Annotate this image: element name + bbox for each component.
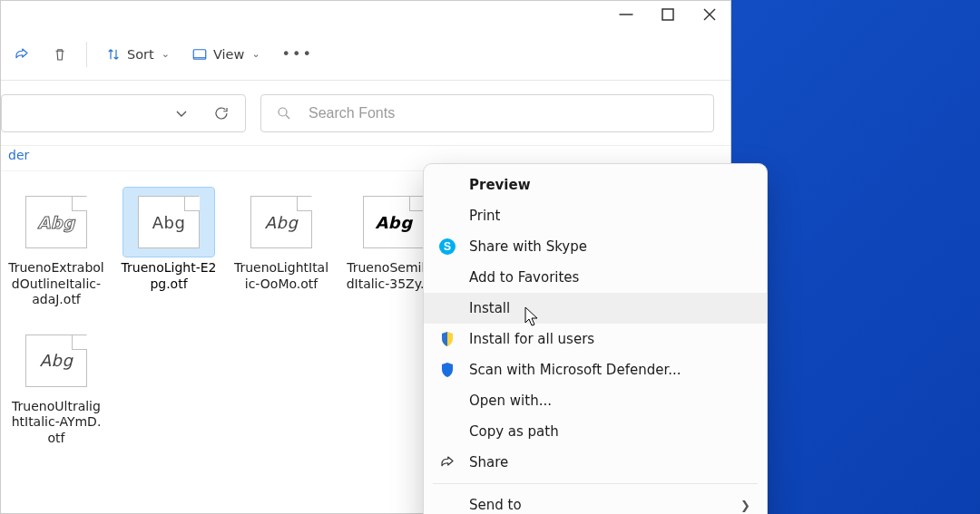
file-item[interactable]: Abg TruenoUltralightItalic-AYmD.otf <box>8 326 104 447</box>
command-toolbar: Sort ⌄ View ⌄ ••• <box>1 28 730 81</box>
minimize-button[interactable] <box>605 1 647 28</box>
window-titlebar <box>1 1 730 28</box>
menu-share-skype[interactable]: Share with Skype <box>424 231 767 262</box>
context-menu: Preview Print Share with Skype Add to Fa… <box>423 163 768 514</box>
defender-shield-icon <box>438 361 456 379</box>
menu-send-to[interactable]: Send to ❯ <box>424 490 767 514</box>
uac-shield-icon <box>438 330 456 348</box>
svg-line-7 <box>286 115 289 119</box>
more-button[interactable]: ••• <box>273 37 322 72</box>
refresh-icon <box>213 105 230 121</box>
search-icon <box>276 105 292 121</box>
file-item[interactable]: Abg TruenoLightItalic-OoMo.otf <box>233 188 329 308</box>
more-icon: ••• <box>282 45 313 63</box>
sort-label: Sort <box>127 47 154 62</box>
file-item[interactable]: Abg TruenoExtraboldOutlineItalic-adaJ.ot… <box>8 188 104 308</box>
sort-button[interactable]: Sort ⌄ <box>96 37 179 72</box>
menu-share[interactable]: Share <box>424 447 767 478</box>
menu-add-favorites[interactable]: Add to Favorites <box>424 262 767 293</box>
file-name: TruenoLightItalic-OoMo.otf <box>233 260 329 292</box>
refresh-button[interactable] <box>211 102 232 124</box>
menu-install[interactable]: Install <box>424 293 767 324</box>
menu-copy-as-path[interactable]: Copy as path <box>424 416 767 447</box>
view-button[interactable]: View ⌄ <box>182 37 270 72</box>
chevron-down-icon: ⌄ <box>251 48 260 60</box>
trash-icon <box>52 46 68 63</box>
menu-scan-defender[interactable]: Scan with Microsoft Defender... <box>424 354 767 385</box>
chevron-right-icon: ❯ <box>740 499 750 512</box>
skype-icon <box>438 238 456 256</box>
toolbar-separator <box>86 42 87 67</box>
menu-open-with[interactable]: Open with... <box>424 385 767 416</box>
font-file-icon: Abg <box>25 335 87 387</box>
file-item[interactable]: Abg TruenoLight-E2pg.otf <box>121 188 217 308</box>
address-search-row <box>1 81 730 146</box>
maximize-button[interactable] <box>647 1 689 28</box>
sort-icon <box>105 46 122 63</box>
chevron-down-icon <box>174 106 189 121</box>
share-arrow-icon <box>438 453 456 471</box>
svg-point-6 <box>279 108 287 116</box>
address-dropdown-button[interactable] <box>171 102 192 124</box>
file-name: TruenoUltralightItalic-AYmD.otf <box>8 399 104 447</box>
search-input[interactable] <box>307 104 699 122</box>
close-button[interactable] <box>689 1 730 28</box>
font-file-icon: Abg <box>363 196 425 248</box>
chevron-down-icon: ⌄ <box>162 48 170 60</box>
search-box[interactable] <box>260 94 714 132</box>
view-label: View <box>213 47 244 62</box>
font-file-icon: Abg <box>250 196 312 248</box>
menu-install-all-users[interactable]: Install for all users <box>424 324 767 354</box>
font-file-icon: Abg <box>25 196 87 248</box>
view-icon <box>191 46 208 63</box>
font-file-icon: Abg <box>138 196 200 248</box>
share-arrow-icon <box>14 46 30 63</box>
menu-separator <box>433 483 758 484</box>
menu-print[interactable]: Print <box>424 200 767 231</box>
share-button[interactable] <box>5 37 39 72</box>
svg-rect-1 <box>662 9 673 20</box>
file-name: TruenoLight-E2pg.otf <box>121 260 217 292</box>
delete-button[interactable] <box>43 37 77 72</box>
address-bar[interactable] <box>1 94 246 132</box>
menu-preview[interactable]: Preview <box>424 170 767 200</box>
file-name: TruenoExtraboldOutlineItalic-adaJ.otf <box>8 260 104 308</box>
